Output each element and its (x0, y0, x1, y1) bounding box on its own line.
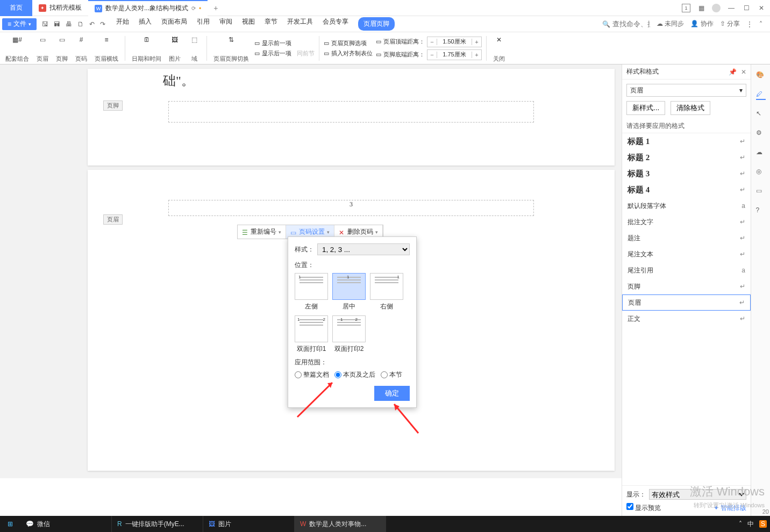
btn-headerline[interactable]: ≡页眉横线 (92, 34, 120, 63)
tab-home[interactable]: 首页 (0, 0, 32, 16)
plus-button[interactable]: + (472, 39, 481, 45)
preview-checkbox[interactable]: 显示预览 (626, 503, 661, 513)
window-maximize-icon[interactable]: ☐ (742, 4, 751, 12)
align-tab[interactable]: ▭插入对齐制表位 (324, 49, 373, 57)
cloud-sync-icon[interactable]: ☁ (756, 148, 766, 158)
btn-header[interactable]: ▭页眉 (34, 34, 51, 63)
minus-button[interactable]: − (427, 39, 437, 45)
more-icon[interactable]: ⋮ (746, 20, 753, 28)
refresh-icon[interactable]: ⟳ (191, 5, 196, 11)
tab-pagelayout[interactable]: 页面布局 (161, 17, 187, 31)
tab-start[interactable]: 开始 (116, 17, 129, 31)
radio-this-section[interactable]: 本节 (381, 370, 402, 379)
header-distance-spinner[interactable]: −1.50厘米+ (427, 37, 482, 47)
user-avatar[interactable] (712, 4, 721, 12)
search-input[interactable] (612, 20, 650, 28)
style-item[interactable]: 批注文字↵ (622, 214, 751, 230)
tab-insert[interactable]: 插入 (139, 17, 152, 31)
style-item[interactable]: 默认段落字体a (622, 198, 751, 214)
same-as-prev[interactable]: 同前节 (297, 49, 315, 57)
task-wps[interactable]: W数学是人类对事物... (295, 516, 386, 532)
save-icon[interactable]: 🖫 (42, 20, 48, 28)
btn-combo[interactable]: ▦#配套组合 (3, 34, 31, 63)
style-item[interactable]: 标题 1↵ (622, 133, 751, 149)
unsync-button[interactable]: ☁ 未同步 (657, 19, 684, 28)
share-button[interactable]: ⇧ 分享 (720, 19, 740, 28)
compass-icon[interactable]: ◎ (756, 168, 766, 177)
start-button[interactable]: ⊞ (0, 520, 20, 528)
style-item[interactable]: 标题 2↵ (622, 149, 751, 166)
plus-button[interactable]: + (472, 52, 481, 58)
print-icon[interactable]: 🖶 (66, 20, 72, 28)
file-menu-button[interactable]: ≡ 文件 ▾ (2, 18, 37, 30)
help-icon[interactable]: ? (756, 206, 766, 216)
current-style-select[interactable]: 页眉▾ (626, 84, 746, 97)
sliders-icon[interactable]: ⚙ (756, 129, 766, 139)
brush-icon[interactable]: 🖊 (756, 90, 766, 100)
style-item[interactable]: 正文↵ (622, 311, 751, 327)
tab-header-footer[interactable]: 页眉页脚 (358, 17, 395, 31)
pos-left[interactable]: 1左侧 (295, 273, 328, 311)
window-close-icon[interactable]: ✕ (757, 4, 766, 12)
close-panel-icon[interactable]: ✕ (741, 68, 746, 76)
pos-duplex1[interactable]: 12双面打印1 (295, 315, 328, 354)
task-typesetter[interactable]: R一键排版助手(MyE... (112, 516, 203, 532)
pos-duplex2[interactable]: 12双面打印2 (332, 315, 366, 354)
page-number-field[interactable]: 3 (169, 200, 533, 209)
radio-from-page[interactable]: 本页及之后 (334, 370, 375, 379)
redo-icon[interactable]: ↷ (100, 20, 105, 28)
header-zone[interactable]: 3 页眉 (168, 200, 534, 216)
ok-button[interactable]: 确定 (374, 386, 410, 401)
task-pictures[interactable]: 🖼图片 (203, 516, 295, 532)
style-item[interactable]: 尾注引用a (622, 262, 751, 278)
btn-field[interactable]: ⬚域 (186, 34, 202, 63)
tab-view[interactable]: 视图 (242, 17, 255, 31)
footer-zone[interactable]: 页脚 (168, 101, 534, 123)
tab-devtools[interactable]: 开发工具 (287, 17, 313, 31)
btn-close-hf[interactable]: ✕关闭 (491, 34, 507, 63)
btn-picture[interactable]: 🖼图片 (167, 34, 183, 63)
book-icon[interactable]: ▭ (756, 187, 766, 197)
pos-right[interactable]: 1右侧 (370, 273, 403, 311)
radio-whole-doc[interactable]: 整篇文档 (295, 370, 329, 379)
command-search[interactable]: 🔍 (602, 20, 650, 28)
btn-pagenumber[interactable]: #页码 (73, 34, 89, 63)
minus-button[interactable]: − (427, 52, 437, 58)
style-list[interactable]: 标题 1↵标题 2↵标题 3↵标题 4↵默认段落字体a批注文字↵题注↵尾注文本↵… (622, 133, 751, 485)
window-minimize-icon[interactable]: — (727, 4, 736, 12)
btn-renumber[interactable]: ☰重新编号▾ (238, 225, 286, 239)
apps-grid-icon[interactable]: ▦ (697, 4, 705, 12)
collab-button[interactable]: 👤 协作 (690, 19, 713, 28)
style-item[interactable]: 页眉↵ (622, 294, 751, 311)
new-tab-button[interactable]: + (208, 4, 224, 12)
btn-datetime[interactable]: 🗓日期和时间 (130, 34, 163, 63)
new-style-button[interactable]: 新样式... (626, 101, 665, 115)
show-prev[interactable]: ▭显示前一项 (254, 39, 315, 47)
cursor-icon[interactable]: ↖ (756, 110, 766, 119)
style-item[interactable]: 页脚↵ (622, 278, 751, 294)
btn-switch[interactable]: ⇅页眉页脚切换 (211, 34, 251, 63)
tray-expand-icon[interactable]: ˄ (739, 520, 742, 528)
ime-indicator[interactable]: 中 (747, 520, 754, 529)
style-item[interactable]: 尾注文本↵ (622, 246, 751, 262)
tab-shell-templates[interactable]: ✦ 找稻壳模板 (32, 0, 88, 16)
btn-footer[interactable]: ▭页脚 (54, 34, 70, 63)
tab-document[interactable]: W 数学是人类对...象结构与模式 ⟳ • (88, 0, 208, 16)
tab-reference[interactable]: 引用 (197, 17, 210, 31)
sogou-icon[interactable]: S (759, 520, 767, 528)
print-preview-icon[interactable]: 🗋 (77, 20, 84, 28)
tab-section[interactable]: 章节 (265, 17, 277, 31)
tab-review[interactable]: 审阅 (219, 17, 232, 31)
system-tray[interactable]: ˄ 中 S (739, 520, 770, 529)
pos-center[interactable]: 1居中 (332, 273, 366, 311)
footer-distance-spinner[interactable]: −1.75厘米+ (427, 49, 482, 60)
task-wechat[interactable]: 💬微信 (20, 516, 112, 532)
show-next[interactable]: ▭显示后一项 同前节 (254, 49, 315, 57)
save-as-icon[interactable]: 🖬 (54, 20, 60, 28)
collapse-ribbon-icon[interactable]: ˄ (759, 20, 762, 28)
style-item[interactable]: 题注↵ (622, 230, 751, 246)
palette-icon[interactable]: 🎨 (756, 71, 766, 81)
style-item[interactable]: 标题 4↵ (622, 182, 751, 198)
style-select[interactable]: 1, 2, 3 ... (317, 243, 410, 255)
style-item[interactable]: 标题 3↵ (622, 166, 751, 182)
